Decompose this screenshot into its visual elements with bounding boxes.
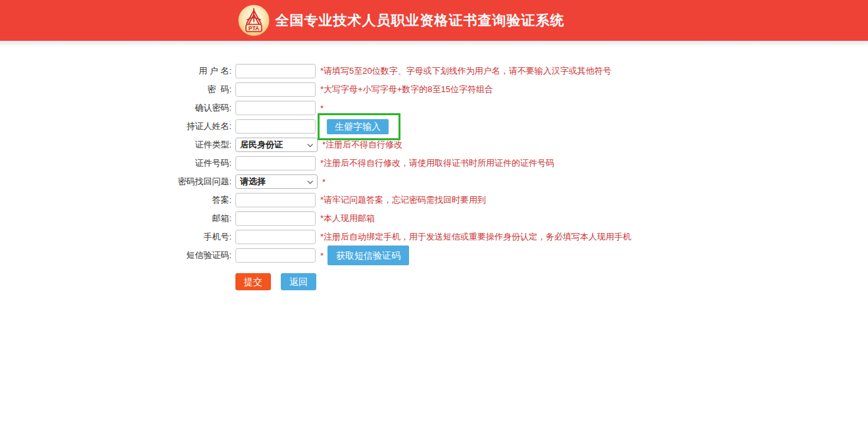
back-button[interactable]: 返回: [281, 273, 316, 290]
phone-hint: *注册后自动绑定手机，用于发送短信或重要操作身份认定，务必填写本人现用手机: [320, 231, 631, 243]
form-row-sms-code: 短信验证码:*获取短信验证码: [130, 246, 868, 265]
recovery-question-selected-value: 请选择: [240, 176, 266, 188]
phone-label: 手机号:: [130, 231, 231, 243]
password-label: 密 码:: [130, 84, 231, 95]
form-actions: 提交 返回: [235, 273, 868, 290]
pta-logo-icon: PTA: [238, 5, 270, 36]
submit-button[interactable]: 提交: [235, 273, 271, 290]
phone-input[interactable]: [235, 230, 316, 244]
holder-name-label: 持证人姓名:: [130, 120, 231, 132]
header-content: PTA 全国专业技术人员职业资格证书查询验证系统: [238, 5, 565, 36]
id-number-hint: *注册后不得自行修改，请使用取得证书时所用证件的证件号码: [320, 157, 554, 169]
form-row-id-type: 证件类型:居民身份证*注册后不得自行修改: [130, 136, 868, 154]
id-type-hint: *注册后不得自行修改: [322, 139, 402, 151]
confirm-password-label: 确认密码:: [130, 102, 231, 114]
username-label: 用 户 名:: [130, 65, 231, 77]
email-label: 邮箱:: [130, 213, 231, 224]
id-number-label: 证件号码:: [130, 157, 231, 169]
svg-text:PTA: PTA: [248, 25, 258, 32]
form-row-phone: 手机号:*注册后自动绑定手机，用于发送短信或重要操作身份认定，务必填写本人现用手…: [130, 228, 868, 246]
password-hint: *大写字母+小写字母+数字的8至15位字符组合: [320, 84, 493, 95]
id-number-input[interactable]: [235, 156, 316, 170]
form-row-id-number: 证件号码:*注册后不得自行修改，请使用取得证书时所用证件的证件号码: [130, 154, 868, 172]
confirm-password-hint: *: [320, 103, 324, 113]
confirm-password-input[interactable]: [235, 101, 316, 115]
sms-code-input[interactable]: [235, 248, 316, 263]
recovery-question-select[interactable]: 请选择: [235, 174, 318, 189]
form-row-username: 用 户 名:*请填写5至20位数字、字母或下划线作为用户名，请不要输入汉字或其他…: [130, 62, 868, 80]
get-sms-code-button[interactable]: 获取短信验证码: [327, 246, 409, 265]
page-header: PTA 全国专业技术人员职业资格证书查询验证系统: [0, 0, 868, 41]
username-input[interactable]: [235, 64, 316, 78]
answer-input[interactable]: [235, 193, 316, 207]
email-hint: *本人现用邮箱: [320, 213, 375, 224]
form-row-answer: 答案:*请牢记问题答案，忘记密码需找回时要用到: [130, 191, 868, 209]
highlight-annotation-box: 生僻字输入: [318, 113, 400, 140]
sms-code-label: 短信验证码:: [130, 249, 231, 261]
answer-hint: *请牢记问题答案，忘记密码需找回时要用到: [320, 194, 486, 206]
form-row-password: 密 码:*大写字母+小写字母+数字的8至15位字符组合: [130, 80, 868, 99]
form-row-recovery-question: 密码找回问题:请选择*: [130, 172, 868, 191]
form-row-holder-name: 持证人姓名:生僻字输入: [130, 117, 868, 136]
id-type-select[interactable]: 居民身份证: [235, 138, 318, 152]
form-row-confirm-password: 确认密码:*: [130, 99, 868, 117]
username-hint: *请填写5至20位数字、字母或下划线作为用户名，请不要输入汉字或其他符号: [320, 65, 612, 77]
password-input[interactable]: [235, 82, 316, 97]
id-type-selected-value: 居民身份证: [240, 139, 283, 151]
holder-name-input[interactable]: [235, 119, 316, 134]
form-row-email: 邮箱:*本人现用邮箱: [130, 209, 868, 228]
chevron-down-icon: [307, 178, 312, 184]
sms-code-hint: *: [320, 251, 324, 261]
id-type-label: 证件类型:: [130, 139, 231, 151]
registration-form: 用 户 名:*请填写5至20位数字、字母或下划线作为用户名，请不要输入汉字或其他…: [0, 62, 868, 290]
chevron-down-icon: [307, 142, 312, 147]
answer-label: 答案:: [130, 194, 231, 206]
header-separator: [0, 41, 868, 47]
rare-character-input-button[interactable]: 生僻字输入: [327, 119, 389, 134]
email-input[interactable]: [235, 211, 316, 226]
recovery-question-label: 密码找回问题:: [130, 176, 231, 188]
page-title: 全国专业技术人员职业资格证书查询验证系统: [276, 11, 565, 30]
recovery-question-hint: *: [322, 177, 326, 187]
